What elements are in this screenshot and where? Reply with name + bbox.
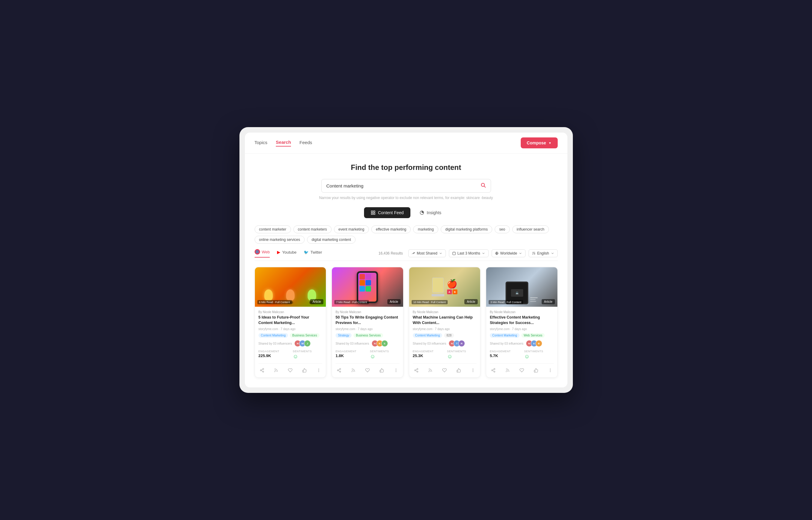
card-2-tag-1[interactable]: Business Services: [354, 333, 383, 338]
tab-content-feed[interactable]: Content Feed: [364, 207, 411, 218]
svg-rect-3: [373, 211, 375, 212]
location-filter[interactable]: Worldwide: [492, 250, 526, 257]
card-1-thumbup-btn[interactable]: [301, 367, 308, 374]
language-filter[interactable]: English: [529, 250, 557, 257]
header: Topics Search Feeds Compose ▼: [245, 133, 567, 154]
card-3-source: storyfyme.com · 7 days ago: [413, 327, 477, 331]
card-3-share-btn[interactable]: [413, 367, 420, 374]
rss-icon-3: [428, 368, 432, 372]
twitter-icon: 🐦: [304, 250, 309, 255]
svg-line-42: [493, 370, 494, 371]
card-2-thumbup-btn[interactable]: [378, 367, 385, 374]
card-1-actions: [258, 363, 323, 374]
svg-rect-7: [452, 252, 455, 255]
tag-chip-3[interactable]: effective marketing: [371, 226, 411, 233]
card-4-influencers-text: Shared by 03 influencers: [490, 342, 524, 345]
card-1-more-btn[interactable]: [315, 367, 322, 374]
thumbup-icon-2: [380, 368, 384, 372]
card-3-tag-0[interactable]: Content Marketing: [413, 333, 443, 338]
avatar-9: R: [458, 340, 465, 347]
tag-chip-9[interactable]: digital marketing content: [307, 236, 356, 243]
chevron-down-icon: ▼: [549, 141, 552, 145]
tag-chip-7[interactable]: influencer search: [512, 226, 549, 233]
svg-point-13: [260, 370, 261, 371]
svg-line-43: [493, 369, 494, 370]
card-2-share-btn[interactable]: [336, 367, 342, 374]
tag-chip-8[interactable]: online marketing services: [255, 236, 305, 243]
tag-chip-0[interactable]: content marketer: [255, 226, 291, 233]
share-icon-4: [491, 368, 496, 372]
tab-topics[interactable]: Topics: [255, 140, 268, 146]
card-4-title[interactable]: Effective Content Marketing Strategies f…: [490, 315, 554, 326]
card-4-thumbup-btn[interactable]: [533, 367, 539, 374]
card-4-tag-0[interactable]: Content Marketing: [490, 333, 520, 338]
card-3-influencers-text: Shared by 03 influencers: [413, 342, 446, 345]
card-1-share-btn[interactable]: [258, 367, 265, 374]
filters: 16,436 Results Most Shared: [379, 250, 558, 257]
card-2-like-btn[interactable]: [364, 367, 371, 374]
card-3-read-time: 10 Min Read · Full Content: [412, 300, 448, 304]
card-3-tag-1[interactable]: 828: [444, 333, 454, 338]
card-2-author: By Nicole Maliczan: [336, 310, 399, 314]
tag-chip-1[interactable]: content marketers: [293, 226, 332, 233]
svg-line-16: [261, 369, 262, 370]
thumbup-icon-3: [456, 368, 461, 372]
card-1-stats: ENGAGEMENT 225.9K SENTIMENTS ☺: [258, 350, 323, 360]
card-2-more-btn[interactable]: [393, 367, 399, 374]
page-title: Find the top performing content: [255, 163, 558, 172]
card-1-sentiment-icon: ☺: [293, 354, 322, 360]
card-1-tag-0[interactable]: Content Marketing: [258, 333, 288, 338]
tab-feeds[interactable]: Feeds: [300, 140, 312, 146]
content-tabs: Content Feed Insights: [255, 207, 558, 218]
tab-insights[interactable]: Insights: [413, 207, 448, 218]
svg-line-34: [416, 369, 417, 370]
svg-point-32: [417, 371, 418, 372]
rss-icon-4: [505, 368, 510, 372]
source-tab-web[interactable]: 🌐 Web: [255, 249, 270, 258]
card-4-read-time: 3 Min Read · Full Content: [488, 300, 523, 304]
tag-chip-4[interactable]: marketing: [413, 226, 438, 233]
card-1-tag-1[interactable]: Business Services: [290, 333, 319, 338]
card-3-title[interactable]: What Machine Learning Can Help With Cont…: [413, 315, 477, 326]
card-3-tags: Content Marketing 828: [413, 333, 477, 338]
svg-point-20: [318, 371, 319, 372]
tag-chip-2[interactable]: event marketing: [334, 226, 369, 233]
card-3-thumbup-btn[interactable]: [455, 367, 462, 374]
source-tab-twitter[interactable]: 🐦 Twitter: [304, 250, 322, 257]
search-bar: [321, 179, 491, 193]
app-window: Topics Search Feeds Compose ▼ Find the t…: [245, 133, 567, 387]
card-4-share-btn[interactable]: [490, 367, 497, 374]
card-3-rss-btn[interactable]: [427, 367, 434, 374]
sort-filter[interactable]: Most Shared: [408, 250, 446, 257]
time-filter[interactable]: Last 3 Months: [449, 250, 488, 257]
tag-chips: content marketer content marketers event…: [255, 226, 558, 243]
card-4-tag-1[interactable]: Web Services: [521, 333, 545, 338]
source-tabs: 🌐 Web ▶ Youtube 🐦 Twitter: [255, 249, 322, 258]
card-4-more-btn[interactable]: [547, 367, 554, 374]
card-1-rss-btn[interactable]: [273, 367, 279, 374]
compose-button[interactable]: Compose ▼: [521, 137, 558, 148]
svg-point-47: [550, 371, 550, 372]
tag-chip-5[interactable]: digital marketing platforms: [441, 226, 492, 233]
card-4-badge: Article: [542, 299, 555, 304]
source-tab-youtube[interactable]: ▶ Youtube: [277, 250, 297, 257]
card-4-rss-btn[interactable]: [504, 367, 511, 374]
heart-icon-4: [520, 368, 524, 372]
card-4-stats: ENGAGEMENT 5.7K SENTIMENTS ☺: [490, 350, 554, 360]
card-1-badge: Article: [310, 299, 324, 304]
search-input[interactable]: [327, 183, 480, 188]
card-1-source: storyfyme.com · 7 days ago: [258, 327, 323, 331]
tag-chip-6[interactable]: seo: [495, 226, 509, 233]
svg-line-1: [484, 186, 485, 187]
share-icon-3: [414, 368, 419, 372]
card-2-tag-0[interactable]: Strategy: [336, 333, 352, 338]
card-1-like-btn[interactable]: [287, 367, 294, 374]
card-4-like-btn[interactable]: [518, 367, 525, 374]
card-2-rss-btn[interactable]: [350, 367, 357, 374]
card-2-title[interactable]: 50 Tips To Write Engaging Content Previe…: [336, 315, 399, 326]
card-3-more-btn[interactable]: [470, 367, 476, 374]
search-button[interactable]: [480, 182, 486, 189]
tab-search[interactable]: Search: [276, 139, 291, 147]
card-3-like-btn[interactable]: [441, 367, 448, 374]
card-1-title[interactable]: 5 Ideas to Future-Proof Your Content Mar…: [258, 315, 323, 326]
